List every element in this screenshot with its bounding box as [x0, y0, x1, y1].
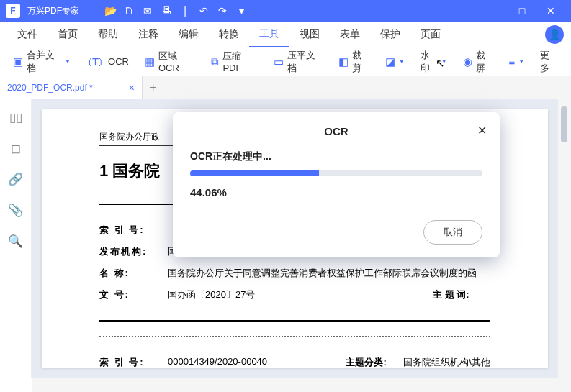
close-tab-icon[interactable]: ×	[129, 82, 135, 94]
redo-icon[interactable]: ↷	[213, 5, 232, 17]
chevron-down-icon: ▼	[441, 58, 447, 65]
progress-bar	[190, 170, 482, 176]
close-window-button[interactable]: ✕	[536, 5, 565, 17]
undo-icon[interactable]: ↶	[194, 5, 213, 17]
maximize-button[interactable]: □	[508, 5, 536, 17]
dialog-message: OCR正在处理中...	[190, 150, 482, 163]
color-icon: ◪	[385, 55, 395, 68]
crop-icon: ◧	[338, 55, 349, 68]
tool-compress[interactable]: ⧉压缩PDF	[205, 51, 264, 73]
thumbnails-icon[interactable]: ▯▯	[9, 110, 22, 125]
progress-percent: 44.06%	[190, 186, 482, 199]
bookmark-icon[interactable]: ◻	[11, 141, 21, 156]
page-header-left: 国务院办公厅政	[99, 131, 160, 143]
document-tab-title: 2020_PDF_OCR.pdf *	[7, 83, 93, 93]
menu-protect[interactable]: 保护	[370, 22, 410, 47]
tool-merge[interactable]: ▣合并文档▼	[7, 51, 76, 73]
more-quick-icon[interactable]: ▾	[232, 5, 251, 17]
dialog-close-button[interactable]: ✕	[477, 124, 487, 137]
menu-file[interactable]: 文件	[7, 22, 48, 47]
menu-convert[interactable]: 转换	[209, 22, 249, 47]
scrollbar[interactable]	[558, 99, 571, 378]
chevron-down-icon: ▼	[399, 58, 405, 65]
tabbar: 2020_PDF_OCR.pdf * × +	[0, 76, 571, 99]
menu-help[interactable]: 帮助	[88, 22, 128, 47]
merge-icon: ▣	[13, 55, 23, 68]
tool-color[interactable]: ◪▼	[379, 51, 410, 73]
cancel-button[interactable]: 取消	[423, 220, 482, 245]
document-tab[interactable]: 2020_PDF_OCR.pdf * ×	[0, 76, 143, 99]
progress-fill	[190, 170, 319, 176]
menu-page[interactable]: 页面	[410, 22, 451, 47]
menu-annotate[interactable]: 注释	[128, 22, 168, 47]
tool-more[interactable]: 更多	[534, 51, 564, 73]
menu-home[interactable]: 首页	[48, 22, 88, 47]
screenshot-icon: ◉	[463, 55, 472, 68]
scrollbar-thumb[interactable]	[561, 106, 567, 142]
menubar: 文件 首页 帮助 注释 编辑 转换 工具 视图 表单 保护 页面 👤	[0, 22, 571, 47]
tool-crop[interactable]: ◧裁剪	[333, 51, 375, 73]
tool-watermark[interactable]: 水印▼	[415, 51, 453, 73]
menu-view[interactable]: 视图	[289, 22, 330, 47]
menu-form[interactable]: 表单	[330, 22, 370, 47]
new-icon[interactable]: 🗋	[120, 5, 138, 17]
tool-list[interactable]: ≡▼	[503, 51, 531, 73]
app-logo: F	[6, 4, 20, 18]
compress-icon: ⧉	[211, 55, 219, 68]
tool-area-ocr[interactable]: ▦区域OCR	[139, 51, 201, 73]
link-icon[interactable]: 🔗	[8, 172, 23, 187]
flatten-icon: ▭	[274, 55, 284, 68]
tool-screenshot[interactable]: ◉裁屏	[457, 51, 499, 73]
chevron-down-icon: ▼	[518, 58, 524, 65]
dialog-title: OCR	[190, 125, 482, 137]
toolbar: ▣合并文档▼ ⟮T⟯OCR ▦区域OCR ⧉压缩PDF ▭压平文档 ◧裁剪 ◪▼…	[0, 47, 571, 76]
minimize-button[interactable]: —	[479, 5, 508, 17]
attachment-icon[interactable]: 📎	[8, 203, 23, 218]
menu-tools[interactable]: 工具	[249, 22, 289, 47]
add-tab-button[interactable]: +	[143, 81, 163, 94]
app-name: 万兴PDF专家	[27, 5, 79, 17]
ocr-icon: ⟮T⟯	[86, 55, 104, 68]
mail-icon[interactable]: ✉	[138, 5, 157, 17]
titlebar: F 万兴PDF专家 📂 🗋 ✉ 🖶 | ↶ ↷ ▾ — □ ✕	[0, 0, 571, 22]
doc-row: 索 引 号:000014349/2020-00040主题分类:国务院组织机构\其…	[99, 352, 490, 373]
ocr-dialog: OCR ✕ OCR正在处理中... 44.06% 取消	[173, 112, 500, 257]
sep-icon: |	[176, 5, 194, 17]
avatar[interactable]: 👤	[545, 25, 564, 44]
list-icon: ≡	[509, 55, 516, 68]
bottom-scrollbar[interactable]	[32, 378, 571, 392]
tool-flatten[interactable]: ▭压平文档	[268, 51, 328, 73]
open-icon[interactable]: 📂	[101, 5, 120, 17]
tool-ocr[interactable]: ⟮T⟯OCR	[81, 51, 135, 73]
doc-row: 名 称:国务院办公厅关于同意调整完善消费者权益保护工作部际联席会议制度的函	[99, 263, 490, 284]
sidebar: ▯▯ ◻ 🔗 📎 🔍	[0, 99, 32, 378]
menu-edit[interactable]: 编辑	[168, 22, 209, 47]
chevron-down-icon: ▼	[65, 58, 71, 65]
search-icon[interactable]: 🔍	[8, 234, 23, 249]
area-ocr-icon: ▦	[145, 55, 155, 68]
doc-row: 文 号:国办函〔2020〕27号主 题 词:	[99, 284, 490, 306]
print-icon[interactable]: 🖶	[157, 5, 176, 17]
